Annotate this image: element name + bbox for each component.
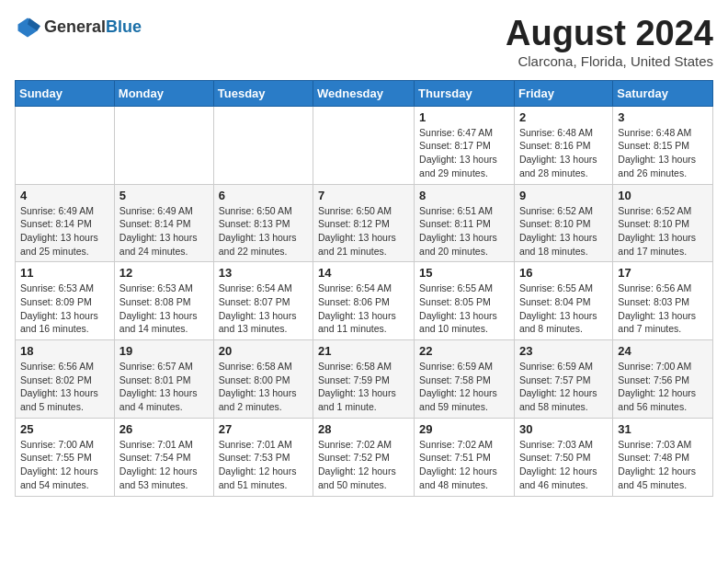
- table-row: 22Sunrise: 6:59 AM Sunset: 7:58 PM Dayli…: [415, 340, 515, 419]
- logo-general: General: [44, 17, 106, 36]
- day-number: 13: [219, 266, 308, 280]
- table-row: 11Sunrise: 6:53 AM Sunset: 8:09 PM Dayli…: [16, 262, 115, 340]
- day-info: Sunrise: 7:02 AM Sunset: 7:52 PM Dayligh…: [318, 438, 409, 492]
- table-row: 28Sunrise: 7:02 AM Sunset: 7:52 PM Dayli…: [313, 418, 415, 496]
- day-number: 8: [419, 189, 509, 202]
- day-number: 6: [219, 189, 308, 202]
- day-info: Sunrise: 6:48 AM Sunset: 8:15 PM Dayligh…: [618, 126, 708, 180]
- table-row: 4Sunrise: 6:49 AM Sunset: 8:14 PM Daylig…: [16, 184, 115, 262]
- table-row: 23Sunrise: 6:59 AM Sunset: 7:57 PM Dayli…: [514, 340, 612, 419]
- table-row: 25Sunrise: 7:00 AM Sunset: 7:55 PM Dayli…: [16, 418, 115, 496]
- table-row: 30Sunrise: 7:03 AM Sunset: 7:50 PM Dayli…: [514, 418, 612, 496]
- day-info: Sunrise: 6:48 AM Sunset: 8:16 PM Dayligh…: [519, 126, 608, 180]
- col-wednesday: Wednesday: [313, 80, 415, 106]
- table-row: 14Sunrise: 6:54 AM Sunset: 8:06 PM Dayli…: [313, 262, 415, 340]
- table-row: 5Sunrise: 6:49 AM Sunset: 8:14 PM Daylig…: [114, 184, 213, 262]
- col-saturday: Saturday: [613, 80, 713, 106]
- day-number: 20: [219, 344, 308, 358]
- day-number: 21: [318, 344, 409, 358]
- table-row: [114, 106, 213, 184]
- day-number: 17: [618, 266, 708, 280]
- title-block: August 2024 Clarcona, Florida, United St…: [506, 15, 713, 69]
- day-number: 31: [618, 422, 708, 436]
- day-number: 4: [20, 189, 109, 202]
- day-info: Sunrise: 7:01 AM Sunset: 7:54 PM Dayligh…: [119, 438, 209, 492]
- day-info: Sunrise: 7:02 AM Sunset: 7:51 PM Dayligh…: [419, 438, 509, 492]
- day-info: Sunrise: 6:56 AM Sunset: 8:02 PM Dayligh…: [20, 360, 109, 414]
- day-info: Sunrise: 6:54 AM Sunset: 8:07 PM Dayligh…: [219, 282, 308, 336]
- table-row: [16, 106, 115, 184]
- calendar-week-1: 1Sunrise: 6:47 AM Sunset: 8:17 PM Daylig…: [16, 106, 713, 184]
- table-row: 29Sunrise: 7:02 AM Sunset: 7:51 PM Dayli…: [415, 418, 515, 496]
- day-info: Sunrise: 6:50 AM Sunset: 8:12 PM Dayligh…: [318, 204, 409, 259]
- day-info: Sunrise: 6:49 AM Sunset: 8:14 PM Dayligh…: [119, 204, 209, 259]
- day-number: 12: [119, 266, 209, 280]
- day-info: Sunrise: 6:54 AM Sunset: 8:06 PM Dayligh…: [318, 282, 409, 336]
- col-tuesday: Tuesday: [213, 80, 313, 106]
- table-row: 10Sunrise: 6:52 AM Sunset: 8:10 PM Dayli…: [613, 184, 713, 262]
- day-info: Sunrise: 6:55 AM Sunset: 8:04 PM Dayligh…: [519, 282, 608, 336]
- col-thursday: Thursday: [415, 80, 515, 106]
- day-info: Sunrise: 6:52 AM Sunset: 8:10 PM Dayligh…: [618, 204, 708, 259]
- day-info: Sunrise: 7:00 AM Sunset: 7:56 PM Dayligh…: [618, 360, 708, 414]
- table-row: 1Sunrise: 6:47 AM Sunset: 8:17 PM Daylig…: [415, 106, 515, 184]
- calendar-week-3: 11Sunrise: 6:53 AM Sunset: 8:09 PM Dayli…: [16, 262, 713, 340]
- day-number: 9: [519, 189, 608, 202]
- table-row: 17Sunrise: 6:56 AM Sunset: 8:03 PM Dayli…: [613, 262, 713, 340]
- day-number: 22: [419, 344, 509, 358]
- day-info: Sunrise: 6:47 AM Sunset: 8:17 PM Dayligh…: [419, 126, 509, 180]
- day-number: 10: [618, 189, 708, 202]
- day-number: 25: [20, 422, 109, 436]
- day-number: 16: [519, 266, 608, 280]
- day-number: 29: [419, 422, 509, 436]
- day-number: 27: [219, 422, 308, 436]
- day-number: 23: [519, 344, 608, 358]
- table-row: 31Sunrise: 7:03 AM Sunset: 7:48 PM Dayli…: [613, 418, 713, 496]
- day-info: Sunrise: 6:52 AM Sunset: 8:10 PM Dayligh…: [519, 204, 608, 259]
- day-info: Sunrise: 7:00 AM Sunset: 7:55 PM Dayligh…: [20, 438, 109, 492]
- col-monday: Monday: [114, 80, 213, 106]
- table-row: 16Sunrise: 6:55 AM Sunset: 8:04 PM Dayli…: [514, 262, 612, 340]
- page-header: GeneralBlue August 2024 Clarcona, Florid…: [15, 15, 713, 69]
- table-row: 6Sunrise: 6:50 AM Sunset: 8:13 PM Daylig…: [213, 184, 313, 262]
- day-info: Sunrise: 6:49 AM Sunset: 8:14 PM Dayligh…: [20, 204, 109, 259]
- day-info: Sunrise: 6:57 AM Sunset: 8:01 PM Dayligh…: [119, 360, 209, 414]
- table-row: 20Sunrise: 6:58 AM Sunset: 8:00 PM Dayli…: [213, 340, 313, 419]
- header-row: Sunday Monday Tuesday Wednesday Thursday…: [16, 80, 713, 106]
- day-info: Sunrise: 7:03 AM Sunset: 7:50 PM Dayligh…: [519, 438, 608, 492]
- calendar-table: Sunday Monday Tuesday Wednesday Thursday…: [15, 80, 713, 497]
- day-info: Sunrise: 6:56 AM Sunset: 8:03 PM Dayligh…: [618, 282, 708, 336]
- day-number: 26: [119, 422, 209, 436]
- day-number: 5: [119, 189, 209, 202]
- day-number: 28: [318, 422, 409, 436]
- day-number: 3: [618, 110, 708, 124]
- location: Clarcona, Florida, United States: [506, 53, 713, 69]
- day-number: 7: [318, 189, 409, 202]
- col-friday: Friday: [514, 80, 612, 106]
- table-row: 21Sunrise: 6:58 AM Sunset: 7:59 PM Dayli…: [313, 340, 415, 419]
- calendar-week-2: 4Sunrise: 6:49 AM Sunset: 8:14 PM Daylig…: [16, 184, 713, 262]
- table-row: [313, 106, 415, 184]
- day-info: Sunrise: 6:59 AM Sunset: 7:57 PM Dayligh…: [519, 360, 608, 414]
- table-row: 13Sunrise: 6:54 AM Sunset: 8:07 PM Dayli…: [213, 262, 313, 340]
- day-info: Sunrise: 6:53 AM Sunset: 8:09 PM Dayligh…: [20, 282, 109, 336]
- table-row: 8Sunrise: 6:51 AM Sunset: 8:11 PM Daylig…: [415, 184, 515, 262]
- logo: GeneralBlue: [15, 15, 142, 40]
- table-row: 27Sunrise: 7:01 AM Sunset: 7:53 PM Dayli…: [213, 418, 313, 496]
- day-info: Sunrise: 6:50 AM Sunset: 8:13 PM Dayligh…: [219, 204, 308, 259]
- month-title: August 2024: [506, 15, 713, 53]
- logo-blue: Blue: [106, 17, 142, 36]
- calendar-header: Sunday Monday Tuesday Wednesday Thursday…: [16, 80, 713, 106]
- table-row: 24Sunrise: 7:00 AM Sunset: 7:56 PM Dayli…: [613, 340, 713, 419]
- day-number: 24: [618, 344, 708, 358]
- table-row: 9Sunrise: 6:52 AM Sunset: 8:10 PM Daylig…: [514, 184, 612, 262]
- day-number: 15: [419, 266, 509, 280]
- day-info: Sunrise: 7:03 AM Sunset: 7:48 PM Dayligh…: [618, 438, 708, 492]
- table-row: 26Sunrise: 7:01 AM Sunset: 7:54 PM Dayli…: [114, 418, 213, 496]
- table-row: 15Sunrise: 6:55 AM Sunset: 8:05 PM Dayli…: [415, 262, 515, 340]
- calendar-week-5: 25Sunrise: 7:00 AM Sunset: 7:55 PM Dayli…: [16, 418, 713, 496]
- day-info: Sunrise: 6:55 AM Sunset: 8:05 PM Dayligh…: [419, 282, 509, 336]
- day-info: Sunrise: 6:51 AM Sunset: 8:11 PM Dayligh…: [419, 204, 509, 259]
- calendar-body: 1Sunrise: 6:47 AM Sunset: 8:17 PM Daylig…: [16, 106, 713, 496]
- calendar-week-4: 18Sunrise: 6:56 AM Sunset: 8:02 PM Dayli…: [16, 340, 713, 419]
